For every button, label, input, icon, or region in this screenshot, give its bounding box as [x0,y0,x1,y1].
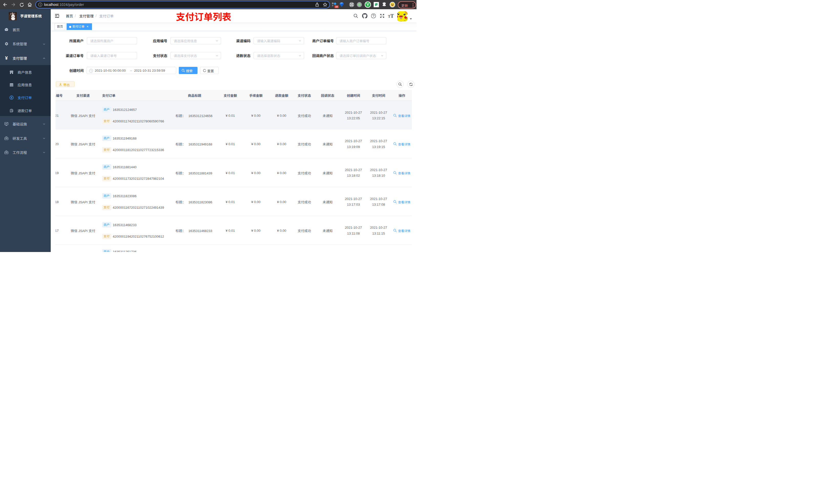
svg-text:¥: ¥ [11,96,12,99]
